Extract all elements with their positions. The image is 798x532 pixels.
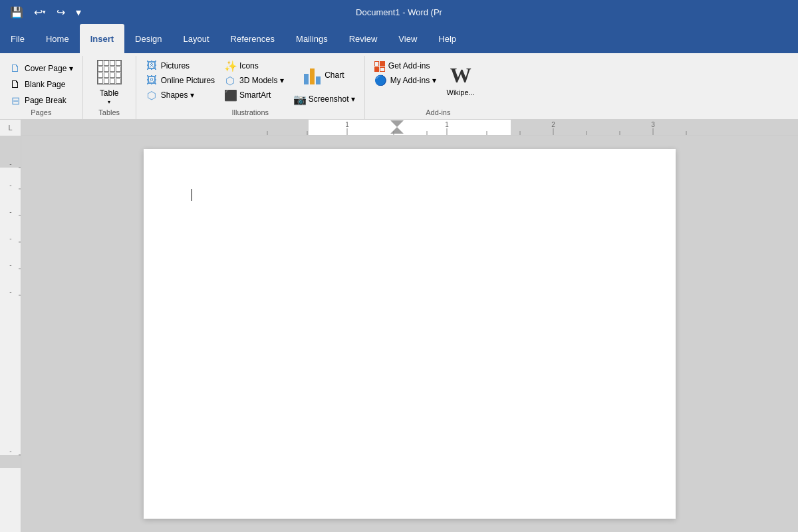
ruler-corner[interactable]: L	[0, 120, 21, 136]
svg-text:-: -	[9, 182, 11, 189]
table-button[interactable]: Table ▾	[90, 59, 128, 106]
vertical-ruler: - - - - - - -	[0, 136, 21, 532]
screenshot-label: Screenshot ▾	[309, 94, 355, 104]
quick-access-toolbar: 💾 ↩▾ ↪ ▾	[7, 5, 84, 20]
cover-page-icon: 🗋	[9, 63, 21, 74]
document-page	[144, 149, 676, 519]
page-break-icon: ⊟	[9, 94, 21, 107]
illustrations-col2: ✨ Icons ⬡ 3D Models ▾ ⬛ SmartArt	[220, 59, 288, 102]
pictures-button[interactable]: 🖼 Pictures	[142, 59, 219, 73]
pictures-icon: 🖼	[146, 60, 158, 72]
3d-models-label: 3D Models ▾	[239, 76, 284, 85]
svg-text:-: -	[9, 160, 11, 168]
get-addins-icon	[374, 60, 385, 72]
smartart-label: SmartArt	[239, 90, 271, 100]
ribbon: 🗋 Cover Page ▾ 🗋 Blank Page ⊟ Page Break…	[0, 53, 798, 120]
tab-file[interactable]: File	[0, 24, 35, 53]
document-area: - - - - - - -	[0, 136, 798, 532]
horizontal-ruler: 1 1 2 3	[21, 120, 798, 135]
svg-text:-: -	[9, 235, 11, 242]
3d-models-icon: ⬡	[224, 74, 236, 87]
illustrations-col1: 🖼 Pictures 🖼 Online Pictures ⬡ Shapes ▾	[142, 59, 219, 102]
tab-layout[interactable]: Layout	[173, 24, 220, 53]
shapes-label: Shapes ▾	[161, 90, 194, 100]
tab-help[interactable]: Help	[428, 24, 467, 53]
cover-page-label: Cover Page ▾	[25, 64, 73, 73]
svg-text:1: 1	[345, 121, 349, 128]
svg-rect-32	[0, 455, 21, 468]
screenshot-button[interactable]: 📷 Screenshot ▾	[289, 92, 359, 106]
pages-group: 🗋 Cover Page ▾ 🗋 Blank Page ⊟ Page Break…	[0, 56, 83, 119]
addins-group: Get Add-ins 🔵 My Add-ins ▾ W Wikipe... A…	[365, 56, 511, 119]
wikipedia-label: Wikipe...	[447, 88, 475, 96]
svg-text:2: 2	[551, 121, 555, 128]
ruler-inner: 1 1 2 3	[21, 120, 798, 135]
text-cursor	[192, 189, 192, 201]
svg-marker-7	[390, 120, 404, 134]
ruler-area: L 1 1 2	[0, 120, 798, 136]
page-break-button[interactable]: ⊟ Page Break	[5, 93, 77, 108]
svg-text:-: -	[9, 448, 11, 455]
illustrations-group-label: Illustrations	[136, 108, 364, 116]
chart-icon	[304, 66, 321, 84]
svg-text:-: -	[9, 261, 11, 269]
tables-group: Table ▾ Tables	[83, 56, 136, 119]
get-addins-label: Get Add-ins	[388, 61, 430, 70]
wikipedia-icon: W	[450, 65, 471, 86]
online-pictures-button[interactable]: 🖼 Online Pictures	[142, 73, 219, 88]
svg-text:-: -	[9, 208, 11, 215]
online-pictures-icon: 🖼	[146, 74, 158, 86]
chart-button[interactable]: Chart	[289, 59, 359, 92]
chart-label: Chart	[325, 70, 344, 80]
redo-button[interactable]: ↪	[53, 5, 68, 20]
illustrations-group: 🖼 Pictures 🖼 Online Pictures ⬡ Shapes ▾ …	[136, 56, 365, 119]
wikipedia-button[interactable]: W Wikipe...	[442, 59, 480, 102]
tab-view[interactable]: View	[388, 24, 428, 53]
shapes-button[interactable]: ⬡ Shapes ▾	[142, 88, 219, 102]
3d-models-button[interactable]: ⬡ 3D Models ▾	[220, 73, 288, 88]
table-dropdown-arrow: ▾	[108, 99, 110, 105]
my-addins-button[interactable]: 🔵 My Add-ins ▾	[370, 73, 440, 88]
customize-qat-button[interactable]: ▾	[72, 5, 84, 20]
tables-group-label: Tables	[83, 108, 136, 116]
vertical-ruler-svg: - - - - - - -	[0, 136, 21, 468]
smartart-icon: ⬛	[224, 89, 236, 102]
online-pictures-label: Online Pictures	[161, 76, 215, 85]
screenshot-icon: 📷	[293, 93, 305, 106]
ribbon-tabs: File Home Insert Design Layout Reference…	[0, 24, 798, 53]
pictures-label: Pictures	[161, 61, 190, 70]
tab-home[interactable]: Home	[35, 24, 80, 53]
icons-icon: ✨	[224, 60, 236, 72]
save-button[interactable]: 💾	[7, 5, 27, 20]
ruler-svg: 1 1 2 3	[21, 120, 798, 135]
tab-review[interactable]: Review	[338, 24, 388, 53]
page-break-label: Page Break	[25, 96, 66, 105]
my-addins-icon: 🔵	[374, 74, 387, 86]
tab-design[interactable]: Design	[124, 24, 172, 53]
my-addins-label: My Add-ins ▾	[390, 76, 436, 85]
svg-text:-: -	[9, 288, 11, 295]
undo-button[interactable]: ↩▾	[31, 5, 49, 20]
svg-text:3: 3	[651, 121, 655, 128]
cover-page-button[interactable]: 🗋 Cover Page ▾	[5, 61, 77, 76]
blank-page-button[interactable]: 🗋 Blank Page	[5, 77, 77, 92]
get-addins-button[interactable]: Get Add-ins	[370, 59, 440, 73]
tab-mailings[interactable]: Mailings	[285, 24, 338, 53]
tab-insert[interactable]: Insert	[80, 24, 124, 53]
table-label: Table	[100, 88, 119, 98]
addins-col2: W Wikipe...	[442, 59, 480, 102]
shapes-icon: ⬡	[146, 89, 158, 102]
blank-page-icon: 🗋	[9, 78, 21, 90]
pages-buttons: 🗋 Cover Page ▾ 🗋 Blank Page ⊟ Page Break	[5, 59, 77, 108]
title-bar: 💾 ↩▾ ↪ ▾ Document1 - Word (Pr	[0, 0, 798, 24]
pages-group-label: Pages	[0, 108, 82, 116]
icons-button[interactable]: ✨ Icons	[220, 59, 288, 73]
icons-label: Icons	[239, 61, 259, 70]
document-scroll[interactable]	[21, 136, 798, 532]
svg-text:1: 1	[445, 121, 449, 128]
smartart-button[interactable]: ⬛ SmartArt	[220, 88, 288, 102]
blank-page-label: Blank Page	[25, 80, 65, 89]
illustrations-col3: Chart 📷 Screenshot ▾	[289, 59, 359, 106]
tab-references[interactable]: References	[220, 24, 285, 53]
addins-group-label: Add-ins	[365, 108, 511, 116]
